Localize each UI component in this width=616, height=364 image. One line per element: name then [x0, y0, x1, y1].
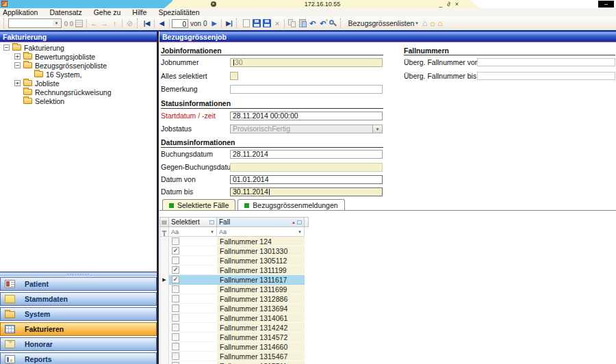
row-checkbox[interactable]	[172, 352, 179, 360]
restore-icon[interactable]: ∂	[447, 1, 450, 8]
toolbar-grip[interactable]	[340, 18, 343, 28]
paste-button[interactable]	[298, 18, 307, 29]
tree-item[interactable]: +Jobliste	[0, 79, 157, 88]
table-row[interactable]: Fallnummer 1314572	[159, 333, 309, 342]
find-button[interactable]	[64, 18, 73, 29]
table-row[interactable]: Fallnummer 1314242	[159, 323, 309, 333]
row-checkbox[interactable]: ✓	[172, 276, 179, 283]
session-tab[interactable]: 172.16.10.55 _ ∂ ×	[164, 0, 480, 8]
row-header-corner[interactable]: ▤	[159, 217, 169, 227]
column-header-selektiert[interactable]: Selektiert	[169, 217, 217, 227]
record-position-input[interactable]: 0	[172, 19, 188, 28]
menu-item-spezialitäten[interactable]: Spezialitäten	[158, 8, 199, 16]
navigate-up-button[interactable]: ↑	[110, 18, 119, 29]
collapse-icon[interactable]: −	[3, 44, 10, 51]
row-checkbox[interactable]	[172, 285, 179, 293]
table-row[interactable]: Fallnummer 1315467	[159, 352, 309, 361]
collapse-icon[interactable]: −	[14, 62, 21, 68]
minimize-box[interactable]: ‒	[598, 1, 614, 8]
chevron-down-icon[interactable]: ▾	[53, 20, 60, 27]
datum-von-field[interactable]: 01.01.2014	[230, 175, 383, 184]
row-checkbox[interactable]	[172, 333, 179, 341]
delete-button[interactable]: ×	[272, 18, 281, 29]
nav-button-reports[interactable]: Reports	[0, 352, 157, 364]
filter-cell-fall[interactable]: Aa ▼	[217, 227, 305, 237]
tab-selektierte-faelle[interactable]: Selektierte Fälle	[162, 199, 235, 211]
search-combo[interactable]: ▾	[8, 18, 62, 28]
nav-button-stammdaten[interactable]: Stammdaten	[0, 292, 157, 306]
table-row[interactable]: Fallnummer 1314660	[159, 342, 309, 352]
tab-bezugsgroessenmeldungen[interactable]: Bezugsgrössenmeldungen	[238, 199, 344, 211]
row-checkbox[interactable]	[172, 324, 179, 331]
table-row[interactable]: Fallnummer 124	[159, 237, 309, 246]
row-checkbox[interactable]: ✓	[172, 266, 179, 274]
next-record-button[interactable]: ▶	[209, 18, 218, 29]
cancel-button[interactable]: ⊘	[125, 18, 134, 29]
save-button[interactable]	[252, 18, 261, 29]
toolbar-grip[interactable]	[3, 18, 6, 28]
pin-icon[interactable]	[209, 220, 214, 224]
undo-button[interactable]: ↶	[308, 18, 317, 29]
menu-item-hilfe[interactable]: Hilfe	[132, 8, 146, 16]
table-row[interactable]: Fallnummer 1312886	[159, 294, 309, 304]
tree-item[interactable]: +Bewertungsjobliste	[0, 52, 157, 61]
gegen-buchungsdatum-field[interactable]	[230, 163, 383, 172]
jump-dropdown-label[interactable]: Bezugsgrössenlisten	[348, 19, 414, 27]
row-checkbox[interactable]	[172, 237, 179, 245]
pin-icon[interactable]	[297, 220, 302, 224]
chevron-down-icon[interactable]: ▾	[415, 21, 418, 26]
table-row[interactable]: Fallnummer 1305112	[159, 256, 309, 265]
filter-type-icon[interactable]: Aa	[219, 229, 227, 235]
first-record-button[interactable]: |◀	[142, 18, 151, 29]
filter-cell-selektiert[interactable]: Aa ▼	[169, 227, 217, 237]
toolbar-grip[interactable]	[137, 18, 140, 28]
expand-icon[interactable]: +	[14, 53, 21, 60]
tree-item[interactable]: Rechnungsrückweisung	[0, 88, 157, 96]
chevron-down-icon[interactable]: ▼	[298, 230, 302, 234]
navigate-back-button[interactable]: ←	[90, 18, 99, 29]
copy-button[interactable]	[287, 18, 296, 29]
edit-form-button[interactable]	[75, 18, 84, 29]
panel-divider[interactable]	[157, 31, 159, 364]
expand-icon[interactable]: +	[14, 80, 21, 86]
home-gold-button-1[interactable]: ⌂	[430, 18, 435, 28]
tree-item[interactable]: 16 System,	[0, 70, 157, 79]
table-row[interactable]: Fallnummer 1313694	[159, 304, 309, 313]
filter-row-header[interactable]	[159, 227, 169, 237]
preview-button[interactable]	[329, 18, 337, 29]
tree-item[interactable]: −Bezugsgrössenjobliste	[0, 61, 157, 70]
bemerkung-field[interactable]	[230, 85, 383, 94]
table-row[interactable]: Fallnummer 1315511	[159, 361, 309, 364]
previous-record-button[interactable]: ◀	[157, 18, 166, 29]
nav-button-system[interactable]: System	[0, 307, 157, 321]
table-row[interactable]: Fallnummer 1311699	[159, 285, 309, 294]
row-checkbox[interactable]	[172, 304, 179, 312]
nav-button-patient[interactable]: Patient	[0, 277, 157, 291]
table-row[interactable]: ▶✓Fallnummer 1311617	[159, 275, 309, 285]
minimize-icon[interactable]: _	[439, 1, 442, 8]
new-record-button[interactable]	[242, 18, 251, 29]
nav-button-honorar[interactable]: Honorar	[0, 337, 157, 351]
close-icon[interactable]: ×	[455, 1, 459, 8]
row-checkbox[interactable]	[172, 343, 179, 350]
home-gray-button[interactable]: ⌂	[422, 18, 427, 28]
home-gold-button-2[interactable]: ⌂	[437, 18, 442, 28]
tree-item[interactable]: −Fakturierung	[0, 43, 157, 52]
datum-bis-field[interactable]: 30.11.2014	[230, 187, 383, 196]
navigate-forward-button[interactable]: →	[100, 18, 109, 29]
fallnummer-bis-field[interactable]	[477, 72, 615, 80]
alles-selektiert-checkbox[interactable]	[230, 72, 238, 80]
chevron-down-icon[interactable]: ▾	[372, 125, 382, 133]
panel-splitter[interactable]: ·········	[0, 272, 157, 276]
fallnummer-von-field[interactable]	[477, 58, 615, 66]
nav-button-fakturieren[interactable]: Fakturieren	[0, 322, 157, 336]
row-checkbox[interactable]	[172, 295, 179, 302]
tree-item[interactable]: Selektion	[0, 96, 157, 105]
jobnummer-field[interactable]: 30	[230, 58, 383, 67]
undo-all-button[interactable]: ↶	[318, 18, 327, 29]
last-record-button[interactable]: ▶|	[224, 18, 233, 29]
row-checkbox[interactable]	[172, 257, 179, 264]
save-all-button[interactable]	[262, 18, 271, 29]
menu-item-datensatz[interactable]: Datensatz	[49, 8, 81, 16]
filter-type-icon[interactable]: Aa	[171, 229, 179, 235]
